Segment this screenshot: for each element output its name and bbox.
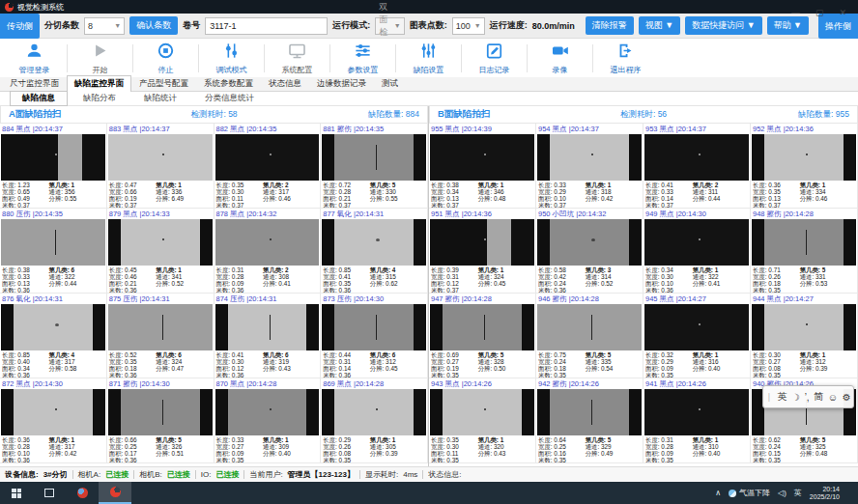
- task-view-button[interactable]: [33, 482, 66, 504]
- action-button[interactable]: 日志记录: [462, 40, 527, 77]
- subtab-分类信息统计[interactable]: 分类信息统计: [192, 91, 267, 106]
- defect-thumbnail[interactable]: [430, 304, 534, 350]
- defect-cell[interactable]: 950 小凹坑 |20:14:32 长度: 0.58 宽度: 0.42 面积: …: [536, 209, 644, 294]
- defect-cell[interactable]: 879 黑点 |20:14:33 长度: 0.45 宽度: 0.46 面积: 0…: [107, 209, 214, 294]
- defect-thumbnail[interactable]: [108, 304, 213, 350]
- defect-cell[interactable]: 876 氧化 |20:14:31 长度: 0.85 宽度: 0.40 面积: 0…: [0, 294, 107, 378]
- defect-thumbnail[interactable]: [322, 389, 426, 435]
- defect-thumbnail[interactable]: [1, 304, 105, 350]
- defect-cell[interactable]: 877 氧化 |20:14:31 长度: 0.85 宽度: 0.41 面积: 0…: [321, 209, 428, 294]
- ime-item[interactable]: 简: [814, 390, 823, 404]
- defect-thumbnail[interactable]: [1, 134, 105, 181]
- action-button[interactable]: 管理登录: [2, 40, 67, 77]
- action-button[interactable]: 调试模式: [199, 40, 264, 77]
- ime-item[interactable]: ’,: [805, 392, 810, 403]
- confirm-count-button[interactable]: 确认条数: [129, 16, 178, 35]
- defect-thumbnail[interactable]: [108, 134, 213, 181]
- defect-thumbnail[interactable]: [430, 219, 534, 266]
- defect-cell[interactable]: 944 黑点 |20:14:27 长度: 0.30 宽度: 0.27 面积: 0…: [751, 294, 858, 378]
- tab-产品型号配置[interactable]: 产品型号配置: [131, 75, 196, 91]
- roll-number-input[interactable]: [205, 17, 328, 35]
- defect-thumbnail[interactable]: [644, 219, 749, 266]
- action-button[interactable]: 缺陷设置: [396, 40, 461, 77]
- defect-cell[interactable]: 884 黑点 |20:14:37 长度: 1.23 宽度: 0.65 面积: 0…: [0, 124, 107, 209]
- start-button[interactable]: [0, 482, 33, 504]
- ime-toolbar[interactable]: ❘英☽’,简☺⚙: [762, 385, 854, 408]
- maximize-button[interactable]: ▢: [815, 9, 824, 17]
- action-button[interactable]: 停止: [133, 40, 198, 77]
- tab-系统参数配置[interactable]: 系统参数配置: [196, 75, 261, 91]
- defect-cell[interactable]: 883 黑点 |20:14:37 长度: 0.47 宽度: 0.66 面积: 0…: [107, 124, 214, 209]
- defect-cell[interactable]: 947 擦伤 |20:14:28 长度: 0.69 宽度: 0.27 面积: 0…: [429, 294, 536, 378]
- defect-thumbnail[interactable]: [322, 134, 426, 181]
- defect-cell[interactable]: 943 黑点 |20:14:26 长度: 0.35 宽度: 0.30 面积: 0…: [429, 378, 536, 463]
- volume-icon[interactable]: ◁): [778, 489, 786, 497]
- defect-cell[interactable]: 871 擦伤 |20:14:30 长度: 0.66 宽度: 0.25 面积: 0…: [107, 378, 214, 463]
- defect-thumbnail[interactable]: [644, 134, 749, 181]
- defect-thumbnail[interactable]: [1, 219, 105, 266]
- defect-thumbnail[interactable]: [108, 389, 213, 435]
- subtab-缺陷信息[interactable]: 缺陷信息: [10, 91, 68, 106]
- tray-expand-caret[interactable]: ∧: [715, 489, 721, 497]
- quick-data-menu-button[interactable]: 数据快捷访问 ▼: [685, 16, 761, 35]
- defect-thumbnail[interactable]: [215, 134, 320, 181]
- defect-thumbnail[interactable]: [537, 304, 642, 350]
- defect-thumbnail[interactable]: [215, 219, 320, 266]
- defect-cell[interactable]: 949 黑点 |20:14:30 长度: 0.34 宽度: 0.30 面积: 0…: [644, 209, 751, 294]
- weather-widget[interactable]: 气温下降: [729, 488, 770, 498]
- defect-thumbnail[interactable]: [322, 219, 426, 266]
- defect-thumbnail[interactable]: [537, 219, 642, 266]
- defect-cell[interactable]: 878 黑点 |20:14:32 长度: 0.31 宽度: 0.28 面积: 0…: [214, 209, 322, 294]
- defect-cell[interactable]: 874 压伤 |20:14:31 长度: 0.41 宽度: 0.30 面积: 0…: [214, 294, 322, 378]
- defect-thumbnail[interactable]: [430, 134, 534, 181]
- tab-边缘数据记录[interactable]: 边缘数据记录: [309, 75, 374, 91]
- defect-cell[interactable]: 870 黑点 |20:14:28 长度: 0.33 宽度: 0.27 面积: 0…: [214, 378, 322, 463]
- defect-thumbnail[interactable]: [752, 304, 856, 350]
- defect-cell[interactable]: 882 黑点 |20:14:35 长度: 0.35 宽度: 0.30 面积: 0…: [214, 124, 322, 209]
- defect-cell[interactable]: 952 黑点 |20:14:36 长度: 0.36 宽度: 0.35 面积: 0…: [751, 124, 858, 209]
- defect-cell[interactable]: 941 黑点 |20:14:26 长度: 0.31 宽度: 0.28 面积: 0…: [644, 378, 751, 463]
- action-button[interactable]: 开始: [68, 40, 132, 77]
- ime-item[interactable]: ⚙: [843, 392, 851, 403]
- defect-cell[interactable]: 954 黑点 |20:14:37 长度: 0.33 宽度: 0.29 面积: 0…: [536, 124, 644, 209]
- minimize-button[interactable]: —: [791, 9, 800, 17]
- action-button[interactable]: 参数设置: [330, 40, 395, 77]
- taskbar-app-detection[interactable]: [99, 482, 131, 504]
- defect-thumbnail[interactable]: [752, 219, 856, 266]
- slit-count-select[interactable]: 8▼: [84, 17, 125, 35]
- defect-cell[interactable]: 948 擦伤 |20:14:28 长度: 0.71 宽度: 0.26 面积: 0…: [751, 209, 858, 294]
- defect-thumbnail[interactable]: [752, 134, 856, 181]
- defect-thumbnail[interactable]: [644, 389, 749, 435]
- taskbar-app-browser[interactable]: [66, 482, 99, 504]
- defect-thumbnail[interactable]: [537, 389, 642, 435]
- defect-cell[interactable]: 880 压伤 |20:14:35 长度: 0.38 宽度: 0.33 面积: 0…: [0, 209, 107, 294]
- defect-cell[interactable]: 953 黑点 |20:14:37 长度: 0.41 宽度: 0.33 面积: 0…: [644, 124, 751, 209]
- defect-cell[interactable]: 873 压伤 |20:14:30 长度: 0.44 宽度: 0.31 面积: 0…: [321, 294, 428, 378]
- taskbar-clock[interactable]: 20:14 2025/2/10: [810, 486, 840, 501]
- defect-thumbnail[interactable]: [430, 389, 534, 435]
- tab-测试[interactable]: 测试: [374, 75, 406, 91]
- defect-cell[interactable]: 875 压伤 |20:14:31 长度: 0.52 宽度: 0.35 面积: 0…: [107, 294, 214, 378]
- defect-cell[interactable]: 881 擦伤 |20:14:35 长度: 0.72 宽度: 0.28 面积: 0…: [321, 124, 428, 209]
- tab-状态信息[interactable]: 状态信息: [261, 75, 309, 91]
- ime-item[interactable]: 英: [777, 390, 786, 404]
- view-menu-button[interactable]: 视图 ▼: [639, 16, 680, 35]
- defect-cell[interactable]: 945 黑点 |20:14:27 长度: 0.32 宽度: 0.29 面积: 0…: [644, 294, 751, 378]
- defect-cell[interactable]: 872 黑点 |20:14:30 长度: 0.36 宽度: 0.28 面积: 0…: [0, 378, 107, 463]
- defect-cell[interactable]: 869 黑点 |20:14:28 长度: 0.29 宽度: 0.26 面积: 0…: [321, 378, 428, 463]
- defect-cell[interactable]: 951 黑点 |20:14:36 长度: 0.39 宽度: 0.31 面积: 0…: [429, 209, 536, 294]
- defect-cell[interactable]: 946 擦伤 |20:14:28 长度: 0.75 宽度: 0.24 面积: 0…: [536, 294, 644, 378]
- ime-item[interactable]: ☺: [828, 392, 838, 403]
- action-button[interactable]: 系统配置: [265, 40, 329, 77]
- ime-item[interactable]: ☽: [791, 392, 800, 403]
- defect-thumbnail[interactable]: [108, 219, 213, 266]
- defect-cell[interactable]: 942 擦伤 |20:14:26 长度: 0.64 宽度: 0.25 面积: 0…: [536, 378, 644, 463]
- help-menu-button[interactable]: 帮助 ▼: [767, 16, 809, 35]
- action-button[interactable]: 退出程序: [593, 40, 658, 77]
- clear-alarm-button[interactable]: 清除报警: [586, 16, 634, 35]
- defect-thumbnail[interactable]: [644, 304, 749, 350]
- ime-language-indicator[interactable]: 英: [794, 488, 802, 498]
- action-button[interactable]: 录像: [528, 40, 592, 77]
- subtab-缺陷分布[interactable]: 缺陷分布: [71, 91, 129, 106]
- defect-thumbnail[interactable]: [215, 389, 320, 435]
